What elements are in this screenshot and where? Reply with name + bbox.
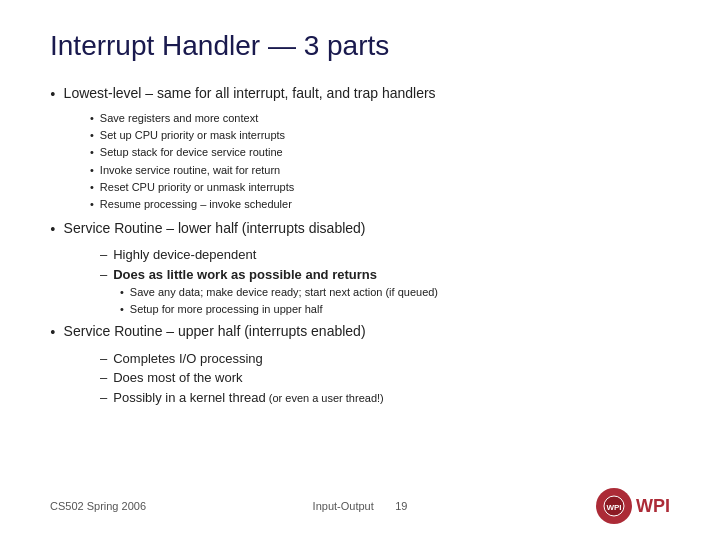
bullet-service-upper: • Service Routine – upper half (interrup… [50, 322, 670, 344]
bullet-dot-1: • [50, 84, 56, 106]
sub-sub-bullet-2-2: • Setup for more processing in upper hal… [120, 301, 670, 318]
bullet-text-3: Service Routine – upper half (interrupts… [64, 322, 366, 342]
dash-list-3: – Completes I/O processing – Does most o… [100, 349, 670, 408]
dash-item-3-3: – Possibly in a kernel thread (or even a… [100, 388, 670, 408]
dash: – [100, 265, 107, 285]
sub-bullet-dot: • [120, 284, 124, 301]
sub-bullet-1-2: • Set up CPU priority or mask interrupts [90, 127, 670, 144]
sub-sub-bullet-2-1: • Save any data; make device ready; star… [120, 284, 670, 301]
sub-bullet-1-4: • Invoke service routine, wait for retur… [90, 162, 670, 179]
svg-text:WPI: WPI [606, 503, 621, 512]
slide: Interrupt Handler — 3 parts • Lowest-lev… [0, 0, 720, 540]
bullet-dot-2: • [50, 219, 56, 241]
dash: – [100, 388, 107, 408]
sub-bullet-dot: • [120, 301, 124, 318]
footer: CS502 Spring 2006 Input-Output 19 WPI WP… [50, 488, 670, 524]
sub-bullet-dot: • [90, 162, 94, 179]
wpi-circle-icon: WPI [596, 488, 632, 524]
dash-item-3-1: – Completes I/O processing [100, 349, 670, 369]
slide-title: Interrupt Handler — 3 parts [50, 30, 670, 62]
footer-right: WPI WPI [596, 488, 670, 524]
bullet-text-1: Lowest-level – same for all interrupt, f… [64, 84, 436, 104]
dash-item-3-2: – Does most of the work [100, 368, 670, 388]
sub-bullet-dot: • [90, 127, 94, 144]
wpi-emblem-icon: WPI [603, 495, 625, 517]
wpi-text: WPI [636, 496, 670, 517]
footer-left: CS502 Spring 2006 [50, 500, 146, 512]
bullet-lowest-level: • Lowest-level – same for all interrupt,… [50, 84, 670, 106]
sub-bullet-1-1: • Save registers and more context [90, 110, 670, 127]
sub-bullet-1-6: • Resume processing – invoke scheduler [90, 196, 670, 213]
sub-bullets-1: • Save registers and more context • Set … [90, 110, 670, 212]
sub-sub-bullets-2: • Save any data; make device ready; star… [120, 284, 670, 318]
sub-bullet-1-3: • Setup stack for device service routine [90, 144, 670, 161]
sub-bullet-dot: • [90, 196, 94, 213]
dash: – [100, 349, 107, 369]
wpi-logo: WPI WPI [596, 488, 670, 524]
dash: – [100, 245, 107, 265]
dash-item-2-2: – Does as little work as possible and re… [100, 265, 670, 285]
sub-bullet-dot: • [90, 179, 94, 196]
bullet-service-lower: • Service Routine – lower half (interrup… [50, 219, 670, 241]
bullet-text-2: Service Routine – lower half (interrupts… [64, 219, 366, 239]
dash-text-3-3: Possibly in a kernel thread (or even a u… [113, 388, 384, 408]
footer-center: Input-Output 19 [313, 500, 408, 512]
sub-bullet-dot: • [90, 144, 94, 161]
dash-list-2: – Highly device-dependent – Does as litt… [100, 245, 670, 318]
sub-bullet-dot: • [90, 110, 94, 127]
dash-item-2-1: – Highly device-dependent [100, 245, 670, 265]
dash: – [100, 368, 107, 388]
sub-bullet-1-5: • Reset CPU priority or unmask interrupt… [90, 179, 670, 196]
bullet-dot-3: • [50, 322, 56, 344]
